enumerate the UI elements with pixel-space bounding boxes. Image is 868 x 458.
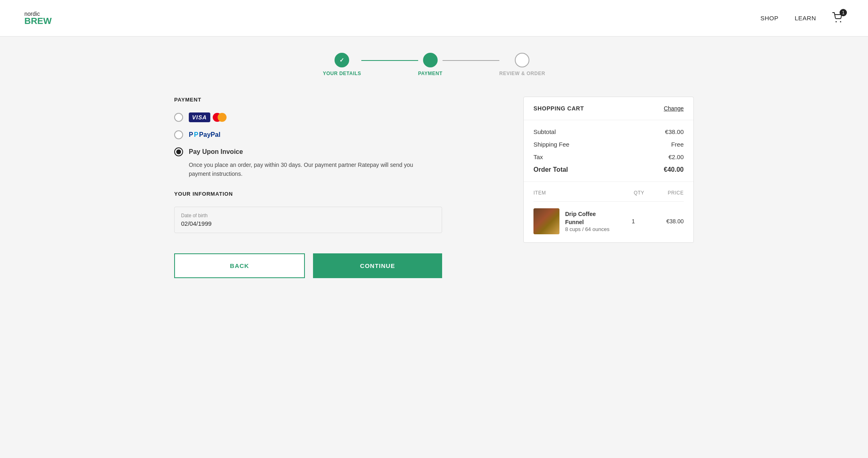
cart-change-link[interactable]: Change bbox=[664, 105, 684, 112]
right-column: SHOPPING CART Change Subtotal €38.00 Shi… bbox=[523, 97, 694, 243]
dob-value: 02/04/1999 bbox=[181, 220, 435, 227]
button-row: BACK CONTINUE bbox=[174, 253, 442, 278]
subtotal-value: €38.00 bbox=[665, 128, 684, 135]
item-thumbnail bbox=[533, 208, 559, 234]
cart-badge: 1 bbox=[840, 9, 847, 16]
two-col-layout: PAYMENT VISA bbox=[174, 97, 694, 278]
payment-section-title: PAYMENT bbox=[174, 97, 507, 103]
invoice-header[interactable]: Pay Upon Invoice bbox=[174, 147, 507, 156]
step-label-payment: PAYMENT bbox=[418, 71, 443, 76]
col-price: PRICE bbox=[651, 190, 684, 196]
card-logos: VISA bbox=[189, 112, 227, 122]
header-nav: SHOP LEARN 1 bbox=[760, 12, 844, 24]
continue-button[interactable]: CONTINUE bbox=[313, 253, 442, 278]
payment-options: VISA P P PayPal bbox=[174, 112, 507, 179]
cart-title: SHOPPING CART bbox=[533, 105, 584, 112]
col-item: ITEM bbox=[533, 190, 627, 196]
shipping-value: Free bbox=[671, 141, 684, 148]
payment-option-card[interactable]: VISA bbox=[174, 112, 507, 122]
logo: nordic BREW bbox=[24, 11, 52, 26]
step-circle-review bbox=[515, 53, 529, 67]
cart-header: SHOPPING CART Change bbox=[524, 97, 693, 120]
svg-point-0 bbox=[836, 21, 837, 22]
pp-icon: P bbox=[189, 131, 193, 138]
total-value: €40.00 bbox=[664, 166, 684, 173]
step-label-your-details: YOUR DETAILS bbox=[323, 71, 361, 76]
item-info: Drip Coffee Funnel 8 cups / 64 ounces bbox=[565, 210, 615, 232]
stepper: ✓ YOUR DETAILS PAYMENT REVIEW & ORDER bbox=[174, 53, 694, 76]
header: nordic BREW SHOP LEARN 1 bbox=[0, 0, 868, 37]
shopping-cart-card: SHOPPING CART Change Subtotal €38.00 Shi… bbox=[523, 97, 694, 243]
cart-items-section: ITEM QTY PRICE Drip Coffee Funnel 8 cups… bbox=[524, 182, 693, 242]
your-information-section: YOUR INFORMATION Date of birth 02/04/199… bbox=[174, 191, 507, 233]
total-row: Order Total €40.00 bbox=[533, 166, 684, 173]
invoice-label: Pay Upon Invoice bbox=[189, 148, 243, 156]
shipping-label: Shipping Fee bbox=[533, 141, 569, 148]
step-your-details: ✓ YOUR DETAILS bbox=[323, 53, 361, 76]
step-label-review: REVIEW & ORDER bbox=[499, 71, 545, 76]
left-column: PAYMENT VISA bbox=[174, 97, 507, 278]
shipping-row: Shipping Fee Free bbox=[533, 141, 684, 148]
invoice-description: Once you place an order, pay within 30 d… bbox=[189, 160, 432, 179]
step-line-1 bbox=[361, 60, 418, 61]
pp-label: PayPal bbox=[199, 131, 220, 138]
nav-learn[interactable]: LEARN bbox=[795, 15, 816, 22]
step-review-order: REVIEW & ORDER bbox=[499, 53, 545, 76]
step-line-2 bbox=[443, 60, 499, 61]
col-qty: QTY bbox=[627, 190, 651, 196]
logo-brew: BREW bbox=[24, 17, 52, 26]
cart-item: Drip Coffee Funnel 8 cups / 64 ounces 1 … bbox=[533, 208, 684, 234]
coffee-image bbox=[533, 208, 559, 234]
nav-shop[interactable]: SHOP bbox=[760, 15, 779, 22]
cart-totals: Subtotal €38.00 Shipping Fee Free Tax €2… bbox=[524, 120, 693, 182]
svg-point-1 bbox=[840, 21, 841, 22]
visa-logo: VISA bbox=[189, 112, 210, 122]
step-circle-your-details: ✓ bbox=[335, 53, 349, 67]
info-section-title: YOUR INFORMATION bbox=[174, 191, 507, 197]
cart-icon[interactable]: 1 bbox=[832, 12, 844, 24]
items-header: ITEM QTY PRICE bbox=[533, 190, 684, 202]
item-variant: 8 cups / 64 ounces bbox=[565, 226, 615, 232]
dob-label: Date of birth bbox=[181, 213, 435, 218]
radio-paypal[interactable] bbox=[174, 130, 183, 139]
total-label: Order Total bbox=[533, 166, 568, 173]
dob-input-field[interactable]: Date of birth 02/04/1999 bbox=[174, 207, 442, 233]
mastercard-logo bbox=[213, 113, 227, 122]
subtotal-label: Subtotal bbox=[533, 128, 556, 135]
tax-row: Tax €2.00 bbox=[533, 153, 684, 160]
item-price: €38.00 bbox=[651, 218, 684, 225]
item-qty: 1 bbox=[621, 218, 646, 225]
pp-icon2: P bbox=[194, 131, 199, 138]
item-name: Drip Coffee Funnel bbox=[565, 210, 615, 226]
payment-option-invoice[interactable]: Pay Upon Invoice Once you place an order… bbox=[174, 147, 507, 179]
payment-option-paypal[interactable]: P P PayPal bbox=[174, 130, 507, 139]
page-content: ✓ YOUR DETAILS PAYMENT REVIEW & ORDER PA… bbox=[150, 37, 718, 294]
radio-invoice[interactable] bbox=[174, 147, 183, 156]
paypal-logo: P P PayPal bbox=[189, 131, 220, 138]
radio-card[interactable] bbox=[174, 113, 183, 122]
back-button[interactable]: BACK bbox=[174, 253, 305, 278]
step-payment: PAYMENT bbox=[418, 53, 443, 76]
tax-label: Tax bbox=[533, 153, 543, 160]
mc-right bbox=[218, 113, 227, 122]
step-circle-payment bbox=[423, 53, 438, 67]
subtotal-row: Subtotal €38.00 bbox=[533, 128, 684, 135]
tax-value: €2.00 bbox=[668, 153, 684, 160]
